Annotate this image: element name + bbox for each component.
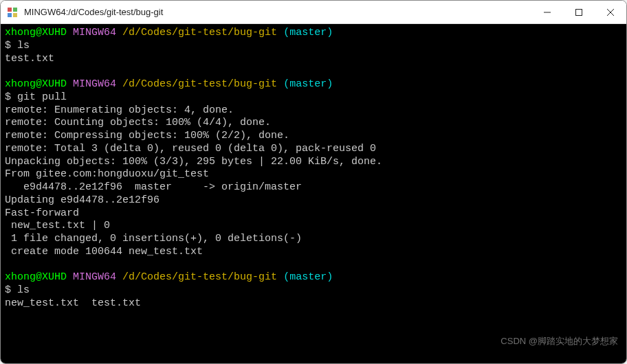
output-line: Updating e9d4478..2e12f96 <box>5 194 622 207</box>
terminal-body[interactable]: xhong@XUHD MINGW64 /d/Codes/git-test/bug… <box>1 24 626 363</box>
prompt-symbol: $ <box>5 91 17 103</box>
maximize-button[interactable] <box>563 1 595 23</box>
output-line: new_test.txt | 0 <box>5 220 622 233</box>
command-text: ls <box>17 40 30 52</box>
prompt-line: xhong@XUHD MINGW64 /d/Codes/git-test/bug… <box>5 78 622 91</box>
output-line: From gitee.com:hongduoxu/git_test <box>5 168 622 181</box>
prompt-symbol: $ <box>5 40 17 52</box>
blank-line <box>5 259 622 272</box>
output-line: e9d4478..2e12f96 master -> origin/master <box>5 181 622 194</box>
svg-rect-2 <box>8 13 12 17</box>
output-line: 1 file changed, 0 insertions(+), 0 delet… <box>5 233 622 246</box>
prompt-path: /d/Codes/git-test/bug-git <box>122 271 277 283</box>
prompt-line: xhong@XUHD MINGW64 /d/Codes/git-test/bug… <box>5 27 622 40</box>
output-line: create mode 100644 new_test.txt <box>5 246 622 259</box>
titlebar[interactable]: MINGW64:/d/Codes/git-test/bug-git <box>1 1 626 24</box>
prompt-branch: (master) <box>283 78 333 90</box>
output-line: remote: Compressing objects: 100% (2/2),… <box>5 130 622 143</box>
command-line: $ ls <box>5 284 622 297</box>
svg-rect-0 <box>8 8 12 12</box>
output-line: Unpacking objects: 100% (3/3), 295 bytes… <box>5 156 622 169</box>
prompt-user: xhong@XUHD <box>5 27 67 38</box>
svg-rect-3 <box>13 13 17 17</box>
svg-rect-1 <box>13 8 17 12</box>
prompt-symbol: $ <box>5 284 17 296</box>
output-line: new_test.txt test.txt <box>5 297 622 310</box>
svg-rect-5 <box>576 9 582 15</box>
output-line: remote: Enumerating objects: 4, done. <box>5 104 622 117</box>
app-window: MINGW64:/d/Codes/git-test/bug-git xhong@… <box>0 0 627 364</box>
prompt-env: MINGW64 <box>73 27 116 38</box>
prompt-path: /d/Codes/git-test/bug-git <box>122 78 277 90</box>
prompt-line: xhong@XUHD MINGW64 /d/Codes/git-test/bug… <box>5 271 622 284</box>
window-controls <box>531 1 626 23</box>
output-line: Fast-forward <box>5 207 622 220</box>
output-line: remote: Total 3 (delta 0), reused 0 (del… <box>5 143 622 156</box>
command-text: git pull <box>17 91 67 103</box>
window-title: MINGW64:/d/Codes/git-test/bug-git <box>24 7 531 17</box>
app-icon <box>6 6 19 19</box>
output-line: remote: Counting objects: 100% (4/4), do… <box>5 117 622 130</box>
prompt-user: xhong@XUHD <box>5 271 67 283</box>
prompt-user: xhong@XUHD <box>5 78 67 90</box>
output-line: test.txt <box>5 53 622 66</box>
command-line: $ git pull <box>5 91 622 104</box>
minimize-button[interactable] <box>531 1 563 23</box>
prompt-env: MINGW64 <box>73 271 116 283</box>
prompt-branch: (master) <box>283 271 333 283</box>
prompt-env: MINGW64 <box>73 78 116 90</box>
blank-line <box>5 65 622 78</box>
close-button[interactable] <box>595 1 626 23</box>
command-text: ls <box>17 284 30 296</box>
watermark: CSDN @脚踏实地的大梦想家 <box>500 336 618 347</box>
prompt-branch: (master) <box>283 27 333 38</box>
prompt-path: /d/Codes/git-test/bug-git <box>122 27 277 38</box>
command-line: $ ls <box>5 40 622 53</box>
